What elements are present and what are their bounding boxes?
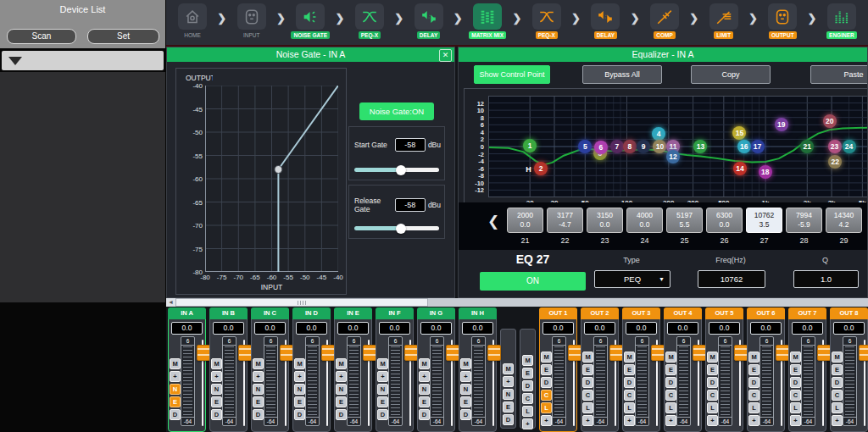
fader-handle[interactable]	[321, 345, 335, 361]
noise-gate-button[interactable]: N	[170, 384, 181, 395]
eq-point-2[interactable]: 2H	[534, 162, 548, 175]
eq-point-22[interactable]: 22	[828, 155, 842, 169]
band-button[interactable]: 40000.0	[626, 208, 663, 233]
eq-point-23[interactable]: 23	[828, 140, 842, 153]
eq-button[interactable]: E	[707, 364, 718, 375]
toolbar-item-delay[interactable]: DELAY	[409, 3, 448, 39]
channel-gain-value[interactable]: 0.0	[462, 322, 493, 335]
plus-button[interactable]: +	[582, 415, 593, 426]
eq-point-6[interactable]: 6	[594, 141, 608, 154]
plus-button[interactable]: +	[541, 415, 552, 426]
band-button[interactable]: 51975.5	[666, 208, 703, 233]
eq-point-19[interactable]: 19	[775, 118, 788, 131]
channel-header[interactable]: OUT 1	[539, 307, 577, 319]
horizontal-scrollbar-thumb[interactable]	[175, 298, 428, 307]
band-button[interactable]: 31500.0	[587, 208, 623, 233]
start-gate-slider-thumb[interactable]	[396, 165, 406, 175]
limit-button[interactable]: L	[707, 402, 718, 413]
delay-button[interactable]: D	[170, 409, 181, 420]
toolbar-item-enginer[interactable]: ENGINER	[822, 3, 861, 39]
eq-point-10[interactable]: 10	[653, 140, 666, 153]
show-control-point-button[interactable]: Show Control Point	[474, 65, 550, 84]
band-cell-28[interactable]: 7994-5.928	[786, 208, 822, 245]
band-button[interactable]: 3177-4.7	[547, 208, 583, 233]
delay-button[interactable]: D	[503, 414, 514, 425]
eq-button[interactable]: E	[460, 396, 471, 407]
toolbar-item-noise-gate[interactable]: NOISE GATE	[291, 3, 330, 39]
fader-handle[interactable]	[859, 345, 868, 361]
eq-point-17[interactable]: 17	[751, 140, 765, 153]
fader-handle[interactable]	[197, 345, 210, 361]
toolbar-item-matrix-mix[interactable]: MATRIX MIX	[468, 3, 507, 39]
channel-gain-value[interactable]: 0.0	[542, 322, 574, 335]
eq-button[interactable]: E	[170, 396, 181, 407]
plus-button[interactable]: +	[211, 371, 222, 382]
delay-button[interactable]: D	[419, 409, 430, 420]
noise-gate-button[interactable]: N	[336, 384, 347, 395]
plus-button[interactable]: +	[503, 376, 514, 387]
channel-gain-value[interactable]: 0.0	[379, 322, 410, 335]
eq-button[interactable]: E	[832, 364, 843, 375]
delay-button[interactable]: D	[460, 409, 471, 420]
channel-header[interactable]: OUT 5	[705, 307, 743, 319]
eq-button[interactable]: E	[748, 364, 760, 375]
eq-point-13[interactable]: 13	[693, 140, 707, 153]
limit-button[interactable]: L	[582, 402, 593, 413]
limit-button[interactable]: L	[522, 406, 533, 417]
noise-gate-button[interactable]: N	[253, 384, 264, 395]
scan-button[interactable]: Scan	[7, 29, 76, 44]
comp-button[interactable]: C	[790, 390, 801, 401]
eq-point-21[interactable]: 21	[800, 140, 814, 153]
fader-handle[interactable]	[238, 345, 252, 361]
eq-q-input[interactable]: 1.0	[793, 270, 859, 288]
eq-button[interactable]: E	[503, 402, 514, 413]
plus-button[interactable]: +	[419, 371, 430, 382]
plus-button[interactable]: +	[832, 415, 843, 426]
band-cell-22[interactable]: 3177-4.722	[547, 208, 583, 245]
eq-point-24[interactable]: 24	[843, 140, 856, 153]
channel-header[interactable]: IN F	[376, 307, 414, 319]
toolbar-item-peq-x[interactable]: PEQ-X	[350, 3, 389, 39]
channel-header[interactable]: OUT 2	[581, 307, 619, 319]
horizontal-scrollbar[interactable]: ◄	[166, 298, 868, 307]
mute-button[interactable]: M	[748, 352, 760, 363]
mute-button[interactable]: M	[503, 363, 514, 374]
eq-on-button[interactable]: ON	[480, 272, 586, 291]
mute-button[interactable]: M	[294, 358, 305, 369]
limit-button[interactable]: L	[832, 402, 843, 413]
mute-button[interactable]: M	[522, 355, 533, 366]
plus-button[interactable]: +	[522, 418, 533, 429]
start-gate-value[interactable]: -58	[395, 138, 426, 152]
channel-header[interactable]: OUT 6	[747, 307, 785, 319]
fader-handle[interactable]	[404, 345, 418, 361]
delay-button[interactable]: D	[665, 377, 676, 388]
eq-point-15[interactable]: 15	[732, 126, 746, 140]
band-cell-26[interactable]: 63000.026	[706, 208, 743, 245]
eq-button[interactable]: E	[253, 396, 264, 407]
eq-button[interactable]: E	[377, 396, 388, 407]
channel-header[interactable]: IN C	[251, 307, 289, 319]
channel-header[interactable]: IN E	[334, 307, 372, 319]
band-button[interactable]: 7994-5.9	[786, 208, 822, 233]
limit-button[interactable]: L	[624, 402, 635, 413]
mute-button[interactable]: M	[707, 352, 718, 363]
fader-handle[interactable]	[734, 345, 748, 361]
channel-gain-value[interactable]: 0.0	[584, 322, 615, 335]
delay-button[interactable]: D	[211, 409, 222, 420]
noise-gate-on-toggle[interactable]: Noise Gate:ON	[359, 102, 434, 120]
fader-handle[interactable]	[487, 345, 501, 361]
band-cell-29[interactable]: 143404.229	[826, 208, 862, 245]
mute-button[interactable]: M	[665, 352, 676, 363]
toolbar-item-peq-x[interactable]: PEQ-X	[527, 3, 566, 39]
channel-header[interactable]: IN B	[209, 307, 248, 319]
comp-button[interactable]: C	[624, 390, 635, 401]
mute-button[interactable]: M	[832, 352, 843, 363]
toolbar-item-comp[interactable]: COMP	[645, 3, 684, 39]
fader-handle[interactable]	[776, 345, 789, 361]
mute-button[interactable]: M	[582, 352, 593, 363]
eq-type-dropdown[interactable]: PEQ ▼	[594, 270, 670, 288]
plus-button[interactable]: +	[377, 371, 388, 382]
channel-gain-value[interactable]: 0.0	[420, 322, 452, 335]
band-cell-21[interactable]: 20000.021	[507, 208, 543, 245]
channel-header[interactable]: IN D	[292, 307, 331, 319]
